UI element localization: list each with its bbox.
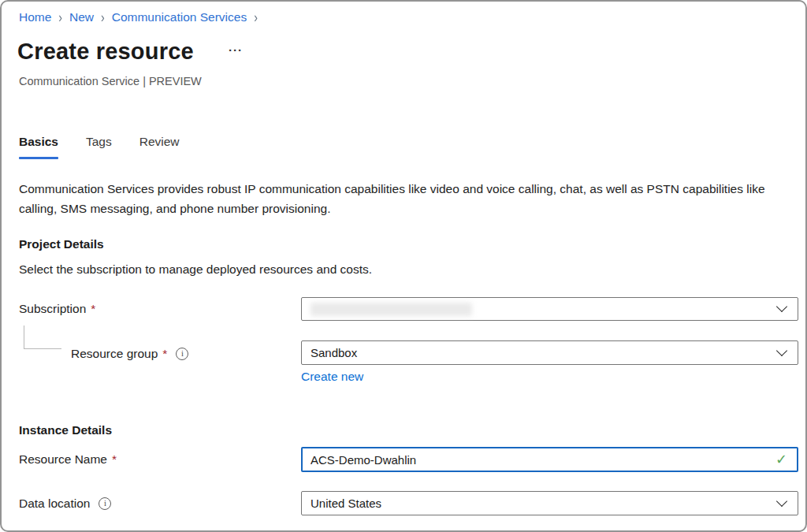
data-location-label: Data location i	[19, 497, 111, 511]
breadcrumb: Home › New › Communication Services ›	[19, 10, 258, 24]
subscription-label-text: Subscription	[19, 302, 86, 316]
intro-text: Communication Services provides robust I…	[19, 179, 799, 218]
chevron-down-icon	[776, 301, 787, 312]
valid-check-icon: ✓	[775, 452, 787, 467]
breadcrumb-link-communication-services[interactable]: Communication Services	[112, 10, 247, 24]
create-resource-page: Home › New › Communication Services › Cr…	[0, 0, 807, 532]
breadcrumb-separator-icon: ›	[101, 9, 105, 25]
info-icon[interactable]: i	[176, 348, 188, 360]
resource-name-input[interactable]	[311, 453, 769, 467]
breadcrumb-link-new[interactable]: New	[69, 10, 94, 24]
create-new-link[interactable]: Create new	[301, 370, 363, 384]
required-asterisk: *	[162, 347, 167, 361]
tab-bar: Basics Tags Review	[19, 135, 207, 159]
project-details-description: Select the subscription to manage deploy…	[19, 262, 372, 277]
chevron-down-icon	[776, 344, 787, 355]
breadcrumb-separator-icon: ›	[254, 9, 258, 25]
data-location-dropdown[interactable]: United States	[301, 491, 798, 515]
subscription-dropdown[interactable]	[301, 297, 798, 321]
page-title: Create resource	[17, 39, 194, 65]
resource-group-label: Resource group * i	[71, 347, 188, 361]
resource-name-label: Resource Name *	[19, 452, 117, 467]
tab-basics[interactable]: Basics	[19, 135, 58, 159]
resource-name-label-text: Resource Name	[19, 452, 107, 467]
redacted-subscription-value	[311, 303, 472, 316]
required-asterisk: *	[91, 302, 95, 316]
resource-group-dropdown[interactable]: Sandbox	[301, 340, 798, 365]
resource-group-value: Sandbox	[311, 346, 357, 359]
required-asterisk: *	[112, 452, 117, 467]
tab-tags[interactable]: Tags	[86, 135, 112, 159]
subscription-resource-group-connector-line	[24, 348, 61, 349]
info-icon[interactable]: i	[99, 497, 111, 510]
tab-review[interactable]: Review	[139, 135, 180, 159]
resource-name-field: ✓	[301, 447, 798, 472]
more-menu-ellipsis-icon[interactable]: ···	[229, 43, 243, 57]
subscription-resource-group-connector-line	[24, 326, 24, 349]
breadcrumb-separator-icon: ›	[58, 9, 62, 25]
instance-details-heading: Instance Details	[19, 423, 112, 437]
chevron-down-icon	[776, 495, 787, 506]
subscription-label: Subscription *	[19, 302, 95, 316]
data-location-label-text: Data location	[19, 497, 90, 511]
data-location-value: United States	[311, 497, 381, 510]
breadcrumb-link-home[interactable]: Home	[19, 10, 51, 24]
page-subtitle: Communication Service | PREVIEW	[19, 75, 202, 87]
project-details-heading: Project Details	[19, 237, 104, 251]
resource-group-label-text: Resource group	[71, 347, 158, 361]
